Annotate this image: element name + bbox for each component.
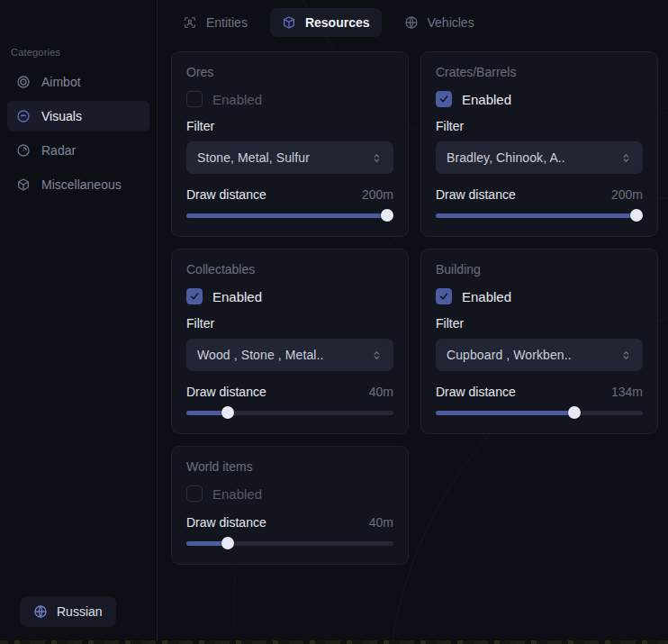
chevron-updown-icon xyxy=(371,152,383,164)
draw-distance-row: Draw distance 40m xyxy=(186,515,393,530)
checkbox-icon[interactable] xyxy=(186,288,203,304)
draw-distance-slider[interactable] xyxy=(186,209,393,222)
game-background-strip xyxy=(0,640,668,644)
card-title: World items xyxy=(186,459,393,474)
filter-label: Filter xyxy=(186,316,393,331)
enabled-checkbox[interactable]: Enabled xyxy=(186,485,393,502)
app-window: Categories Aimbot Visuals Radar xyxy=(0,0,668,644)
globe-icon xyxy=(33,604,48,619)
card-crates-barrels: Crates/Barrels Enabled Filter Bradley, C… xyxy=(420,51,658,237)
slider-thumb[interactable] xyxy=(630,209,643,222)
card-collectables: Collectables Enabled Filter Wood , Stone… xyxy=(171,249,409,434)
enabled-checkbox[interactable]: Enabled xyxy=(436,288,643,304)
box-icon xyxy=(282,15,296,30)
draw-distance-row: Draw distance 40m xyxy=(186,385,393,399)
slider-thumb[interactable] xyxy=(381,209,393,222)
filter-select[interactable]: Stone, Metal, Sulfur xyxy=(186,141,393,174)
checkbox-icon[interactable] xyxy=(186,485,203,502)
sidebar-item-radar[interactable]: Radar xyxy=(7,135,149,166)
draw-distance-slider[interactable] xyxy=(186,406,393,419)
filter-value: Stone, Metal, Sulfur xyxy=(197,150,310,165)
person-scan-icon xyxy=(183,15,197,30)
slider-fill xyxy=(186,213,393,218)
filter-label: Filter xyxy=(436,316,643,331)
filter-value: Cupboard , Workben.. xyxy=(447,348,572,362)
sidebar-item-visuals[interactable]: Visuals xyxy=(7,101,149,132)
tab-entities[interactable]: Entities xyxy=(171,8,259,37)
card-world-items: World items Enabled Draw distance 40m xyxy=(171,446,409,565)
filter-value: Wood , Stone , Metal.. xyxy=(197,348,323,362)
radar-icon xyxy=(16,143,31,158)
language-button[interactable]: Russian xyxy=(20,596,116,627)
draw-distance-row: Draw distance 200m xyxy=(186,187,393,202)
slider-thumb[interactable] xyxy=(221,406,234,419)
cube-icon xyxy=(16,177,31,192)
card-building: Building Enabled Filter Cupboard , Workb… xyxy=(420,249,658,434)
checkbox-icon[interactable] xyxy=(436,91,452,107)
draw-distance-slider[interactable] xyxy=(436,406,643,419)
filter-label: Filter xyxy=(436,119,643,133)
tab-vehicles[interactable]: Vehicles xyxy=(393,8,486,37)
language-button-label: Russian xyxy=(57,604,103,619)
draw-distance-row: Draw distance 200m xyxy=(436,187,643,202)
enabled-label: Enabled xyxy=(462,92,511,107)
cards-grid: Ores Enabled Filter Stone, Metal, Sulfur… xyxy=(171,51,658,565)
enabled-label: Enabled xyxy=(462,289,511,304)
checkbox-icon[interactable] xyxy=(186,91,203,107)
enabled-checkbox[interactable]: Enabled xyxy=(186,91,393,107)
card-title: Building xyxy=(436,262,643,277)
checkbox-icon[interactable] xyxy=(436,288,452,304)
enabled-label: Enabled xyxy=(212,289,262,304)
categories-label: Categories xyxy=(11,47,157,58)
chevron-updown-icon xyxy=(620,349,632,361)
sidebar-item-label: Aimbot xyxy=(41,75,81,89)
slider-fill xyxy=(436,213,643,218)
globe-icon xyxy=(404,15,419,30)
card-ores: Ores Enabled Filter Stone, Metal, Sulfur… xyxy=(171,51,409,237)
target-icon xyxy=(16,75,31,89)
slider-thumb[interactable] xyxy=(221,537,234,549)
draw-distance-value: 40m xyxy=(369,385,393,399)
tab-label: Vehicles xyxy=(428,15,474,30)
sidebar-item-aimbot[interactable]: Aimbot xyxy=(7,67,149,97)
filter-select[interactable]: Bradley, Chinook, A.. xyxy=(436,141,643,174)
draw-distance-slider[interactable] xyxy=(436,209,643,222)
sidebar-item-label: Radar xyxy=(41,143,76,158)
card-title: Ores xyxy=(186,65,393,79)
filter-select[interactable]: Cupboard , Workben.. xyxy=(436,339,643,371)
enabled-checkbox[interactable]: Enabled xyxy=(436,91,643,107)
chevron-updown-icon xyxy=(371,349,383,361)
card-title: Crates/Barrels xyxy=(436,65,643,79)
filter-select[interactable]: Wood , Stone , Metal.. xyxy=(186,339,393,371)
draw-distance-row: Draw distance 134m xyxy=(436,385,643,399)
enabled-checkbox[interactable]: Enabled xyxy=(186,288,393,304)
draw-distance-label: Draw distance xyxy=(186,515,266,530)
card-title: Collectables xyxy=(186,262,393,277)
draw-distance-slider[interactable] xyxy=(186,537,393,549)
tab-resources[interactable]: Resources xyxy=(270,8,382,37)
enabled-label: Enabled xyxy=(212,486,262,502)
draw-distance-value: 40m xyxy=(369,515,393,530)
enabled-label: Enabled xyxy=(212,92,262,107)
draw-distance-value: 200m xyxy=(611,187,643,202)
draw-distance-value: 134m xyxy=(611,385,643,399)
draw-distance-label: Draw distance xyxy=(436,187,516,202)
eye-icon xyxy=(16,109,31,123)
sidebar-item-label: Visuals xyxy=(41,109,82,123)
draw-distance-label: Draw distance xyxy=(436,385,516,399)
main-content: Entities Resources Vehicles Ores xyxy=(158,0,668,644)
slider-fill xyxy=(436,411,574,415)
draw-distance-label: Draw distance xyxy=(186,385,266,399)
category-nav: Aimbot Visuals Radar Miscellaneous xyxy=(0,67,157,200)
filter-label: Filter xyxy=(186,119,393,133)
sidebar-item-miscellaneous[interactable]: Miscellaneous xyxy=(7,169,149,200)
slider-thumb[interactable] xyxy=(568,406,581,419)
sidebar-item-label: Miscellaneous xyxy=(41,177,122,192)
draw-distance-value: 200m xyxy=(362,187,393,202)
tab-label: Entities xyxy=(206,15,248,30)
tab-label: Resources xyxy=(305,15,370,30)
tab-bar: Entities Resources Vehicles xyxy=(171,8,658,37)
filter-value: Bradley, Chinook, A.. xyxy=(447,150,565,165)
sidebar: Categories Aimbot Visuals Radar xyxy=(0,0,158,644)
chevron-updown-icon xyxy=(620,152,632,164)
